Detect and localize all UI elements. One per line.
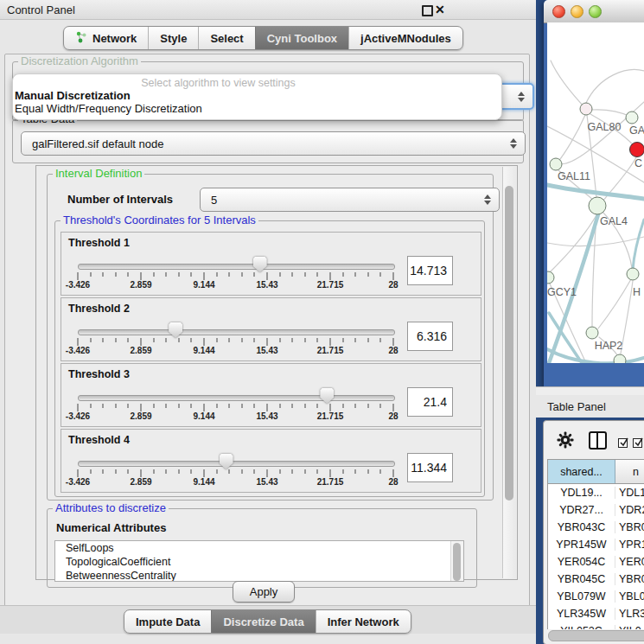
table-row[interactable]: YDL19... YDL1 [548, 484, 644, 501]
attribute-list-item[interactable]: SelfLoops [55, 541, 463, 555]
threshold-value-field[interactable] [407, 256, 453, 285]
slider-track[interactable] [78, 329, 395, 335]
network-node[interactable] [580, 103, 592, 115]
table-cell-shared-name[interactable]: YDL19... [548, 487, 615, 499]
table-cell-name[interactable]: YER0 [615, 556, 644, 568]
slider-thumb[interactable] [320, 388, 334, 404]
network-node-label: H [633, 286, 641, 298]
attributes-scrollbar[interactable] [450, 541, 463, 581]
table-row[interactable]: YPR145W YPR1 [548, 536, 644, 553]
column-header-name[interactable]: n [615, 460, 644, 483]
table-cell-name[interactable]: YPR1 [615, 539, 644, 551]
table-row[interactable]: YBR043C YBR0 [548, 519, 644, 536]
network-canvas[interactable]: GAL80GACGAL11GAL4GCY1HHAP2 [547, 22, 644, 363]
table-cell-name[interactable]: YBL0 [615, 590, 644, 603]
stepper-icon[interactable] [518, 92, 525, 102]
threshold-value-field[interactable] [407, 453, 453, 482]
table-cell-shared-name[interactable]: YLR345W [548, 608, 615, 620]
table-row[interactable]: YBL079W YBL0 [548, 588, 644, 605]
stepper-icon[interactable] [484, 194, 491, 205]
network-node-label: GAL11 [558, 170, 590, 182]
slider-tick-labels: -3.4262.8599.14415.4321.71528 [78, 411, 393, 422]
stepper-icon[interactable] [510, 138, 517, 149]
dropdown-item[interactable]: Manual Discretization [15, 89, 131, 102]
tab[interactable]: Infer Network [316, 610, 411, 633]
table-cell-name[interactable]: YDL1 [615, 487, 644, 499]
table-cell-shared-name[interactable]: YBR045C [548, 573, 615, 585]
dropdown-item[interactable]: Equal Width/Frequency Discretization [15, 102, 202, 115]
interval-definition-label: Interval Definition [53, 167, 144, 180]
network-edge-thick[interactable] [633, 220, 644, 270]
table-row[interactable]: YDR27... YDR2 [548, 501, 644, 519]
tab-label: Cyni Toolbox [267, 32, 337, 45]
threshold-value-field[interactable] [407, 322, 453, 351]
table-cell-name[interactable]: YBR0 [615, 521, 644, 533]
threshold-block: Threshold 2 -3.4262.8599.14415.4321.7152… [61, 297, 481, 361]
table-row[interactable]: YBR045C YBR0 [548, 571, 644, 588]
network-node[interactable] [586, 327, 598, 339]
gear-icon[interactable] [557, 431, 574, 449]
threshold-block: Threshold 3 -3.4262.8599.14415.4321.7152… [61, 363, 481, 427]
table-cell-shared-name[interactable]: YER054C [548, 556, 615, 568]
network-node[interactable] [630, 143, 644, 157]
tab-label: Style [160, 32, 187, 45]
checkbox-icon[interactable] [618, 438, 628, 448]
table-cell-name[interactable]: YDR2 [615, 504, 644, 516]
network-edge[interactable] [586, 70, 644, 103]
num-intervals-combobox[interactable]: 5 [200, 188, 500, 212]
network-node[interactable] [550, 158, 562, 170]
pane-scrollbar-thumb[interactable] [505, 186, 513, 501]
network-edge[interactable] [551, 61, 586, 109]
apply-button[interactable]: Apply [233, 581, 295, 603]
tab[interactable]: Impute Data [124, 610, 211, 633]
pane-scrollbar[interactable] [502, 167, 516, 578]
table-row[interactable]: YER054C YER0 [548, 553, 644, 571]
network-node[interactable] [547, 271, 554, 284]
network-node-label: C [634, 157, 642, 169]
table-cell-shared-name[interactable]: YPR145W [548, 539, 615, 551]
column-header-shared-name[interactable]: shared... [548, 460, 615, 483]
slider-thumb[interactable] [169, 322, 182, 338]
minimize-traffic-light-icon[interactable] [571, 5, 583, 18]
tab[interactable]: jActiveMNodules [348, 27, 462, 49]
float-icon[interactable] [422, 5, 433, 16]
table-data-combobox[interactable]: galFiltered.sif default node [21, 131, 526, 156]
table-cell-name[interactable]: YLR3 [615, 608, 644, 620]
threshold-value-field[interactable] [407, 387, 453, 417]
slider-track[interactable] [78, 461, 395, 467]
threshold-label: Threshold 2 [68, 303, 130, 315]
network-edge[interactable] [547, 237, 644, 246]
tab[interactable]: Style [148, 27, 198, 49]
network-edge-thick[interactable] [549, 313, 585, 363]
table-cell-shared-name[interactable]: YBR043C [548, 521, 615, 533]
attributes-group: Attributes to discretize Numerical Attri… [47, 508, 477, 588]
split-pane-icon[interactable] [589, 431, 607, 450]
slider-thumb[interactable] [253, 257, 267, 272]
table-cell-name[interactable]: YBR0 [615, 573, 644, 585]
close-icon[interactable]: ✕ [435, 3, 445, 16]
table-horizontal-scrollbar[interactable] [547, 629, 644, 641]
close-traffic-light-icon[interactable] [552, 5, 565, 18]
table-cell-shared-name[interactable]: YDR27... [548, 504, 615, 516]
network-node[interactable] [589, 197, 606, 214]
tab[interactable]: Discretize Data [211, 610, 315, 633]
network-node[interactable] [626, 112, 638, 124]
network-edge[interactable] [592, 110, 631, 117]
zoom-traffic-light-icon[interactable] [589, 5, 602, 18]
tab[interactable]: Network [64, 27, 148, 49]
slider-track[interactable] [78, 264, 395, 270]
tab[interactable]: Cyni Toolbox [255, 27, 348, 49]
slider-track[interactable] [78, 395, 395, 401]
network-node[interactable] [614, 354, 626, 363]
tab[interactable]: Select [198, 27, 254, 49]
numerical-attributes-list[interactable]: SelfLoopsTopologicalCoefficientBetweenne… [54, 540, 464, 582]
attribute-list-item[interactable]: BetweennessCentrality [55, 569, 463, 582]
slider-thumb[interactable] [220, 454, 233, 469]
table-row[interactable]: YLR345W YLR3 [548, 605, 644, 622]
checkbox-icon[interactable] [633, 438, 642, 448]
table-cell-shared-name[interactable]: YBL079W [548, 590, 615, 603]
network-node[interactable] [627, 268, 639, 280]
table-hscroll-thumb[interactable] [548, 630, 644, 641]
settings-scroll-pane: Interval Definition Number of Intervals … [35, 165, 518, 580]
attribute-list-item[interactable]: TopologicalCoefficient [55, 555, 463, 569]
